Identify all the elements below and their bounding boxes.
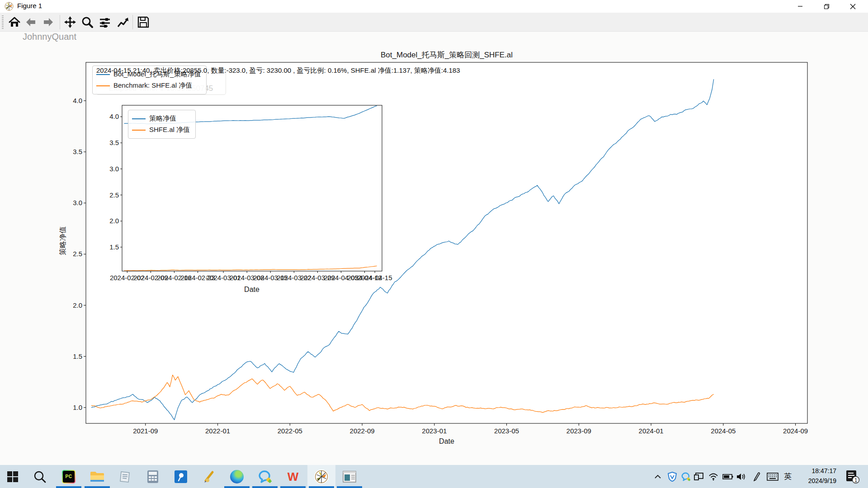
legend-label: 策略净值 [149, 114, 176, 123]
y-tick-label: 3.0 [73, 199, 82, 206]
x-tick-label: 2024-01 [639, 427, 664, 435]
forward-arrow-icon [42, 16, 55, 28]
taskbar-item-wps[interactable]: W [279, 465, 307, 488]
close-button[interactable] [842, 0, 863, 13]
x-tick-label: 2024-05 [711, 427, 736, 435]
tray-touch-keyboard[interactable] [766, 465, 779, 488]
back-arrow-icon [24, 16, 37, 28]
home-button[interactable] [6, 14, 23, 30]
calculator-icon [147, 470, 159, 483]
forward-button[interactable] [40, 14, 57, 30]
sliders-icon [99, 16, 111, 28]
close-icon [850, 4, 856, 9]
tray-volume[interactable] [734, 465, 748, 488]
taskbar-item-window-app[interactable] [335, 465, 363, 488]
taskbar: PC [0, 465, 868, 488]
x-tick-label: 2022-09 [350, 427, 375, 435]
x-tick-label: 2023-09 [566, 427, 591, 435]
x-tick-label: 2023-01 [422, 427, 447, 435]
edit-axes-button[interactable] [114, 14, 132, 30]
x-tick-label: 2022-05 [278, 427, 302, 435]
tray-ime-indicator[interactable]: 英 [781, 465, 795, 488]
brush-icon [202, 470, 216, 483]
taskbar-item-calculator[interactable] [139, 465, 167, 488]
clock-time: 18:47:17 [795, 466, 836, 476]
restore-button[interactable] [816, 0, 837, 13]
toolbar-grip[interactable] [2, 15, 4, 29]
taskbar-item-matplotlib[interactable] [307, 465, 335, 488]
notification-center-button[interactable]: 1 [842, 465, 863, 488]
configure-subplots-button[interactable] [96, 14, 113, 30]
y-tick-label: 2.0 [73, 301, 82, 309]
pycharm-icon: PC [62, 470, 75, 483]
search-icon [33, 470, 46, 483]
shield-icon [668, 472, 677, 482]
chart-title: Bot_Model_托马斯_策略回测_SHFE.al [356, 50, 537, 60]
inset-legend: 策略净值 SHFE.al 净值 [128, 110, 196, 139]
legend-line-swatch [132, 118, 146, 119]
tray-battery[interactable] [721, 465, 735, 488]
zoom-icon [81, 16, 94, 28]
taskbar-item-notepad[interactable] [111, 465, 139, 488]
start-button[interactable] [0, 465, 27, 488]
x-tick-label: 2022-01 [205, 427, 230, 435]
wps-office-icon: W [288, 471, 299, 483]
y-tick-label: 2.5 [73, 250, 82, 258]
notification-icon: 1 [844, 469, 860, 484]
chevron-up-icon [654, 474, 661, 479]
chat-bubble-icon [681, 472, 691, 482]
tray-expand-button[interactable] [651, 465, 665, 488]
y-tick-label: 3.5 [73, 148, 82, 155]
notification-badge: 1 [854, 477, 858, 483]
watermark: JohnnyQuant [23, 32, 76, 42]
taskbar-item-pycharm[interactable]: PC [55, 465, 83, 488]
x-tick-label: 2024-09 [783, 427, 808, 435]
tray-display-cast[interactable] [692, 465, 706, 488]
figure-canvas: 2021-092022-012022-052022-092023-012023-… [0, 32, 868, 465]
matplotlib-figure-icon [314, 469, 329, 484]
taskbar-search-button[interactable] [26, 465, 54, 488]
chat-bubble-icon [258, 470, 272, 483]
toolbar-separator [60, 15, 60, 29]
edge-browser-icon [230, 470, 244, 483]
speaker-icon [736, 473, 746, 481]
notepad-icon [119, 470, 132, 483]
window-titlebar[interactable]: Figure 1 [0, 0, 868, 13]
wifi-icon [708, 473, 718, 481]
pen-icon [753, 472, 761, 481]
pan-button[interactable] [61, 14, 79, 30]
windows-logo-icon [7, 471, 19, 483]
window-app-icon [343, 471, 356, 483]
clock-date: 2024/9/19 [795, 476, 836, 486]
taskbar-item-brush-tool[interactable] [195, 465, 223, 488]
save-button[interactable] [135, 14, 152, 30]
taskbar-item-edge[interactable] [223, 465, 251, 488]
legend-entry-strategy: 策略净值 [132, 113, 190, 124]
battery-icon [722, 474, 733, 480]
minimize-button[interactable] [790, 0, 811, 13]
ime-language-label: 英 [784, 471, 792, 482]
taskbar-item-file-explorer[interactable] [83, 465, 111, 488]
tray-browser-assistant[interactable] [679, 465, 693, 488]
tray-security-shield[interactable] [665, 465, 679, 488]
pan-icon [64, 16, 76, 28]
y-tick-label: 4.0 [73, 97, 82, 104]
tray-wifi[interactable] [707, 465, 720, 488]
y-tick-label: 1.0 [73, 404, 82, 411]
legend-line-swatch [132, 130, 146, 131]
tray-clock[interactable]: 18:47:17 2024/9/19 [795, 466, 836, 486]
trade-annotation: 2024-04-15 21:40, 卖出价格:20855.0, 数量:-323.… [96, 66, 460, 75]
minimize-icon [797, 4, 803, 9]
legend-line-swatch [96, 85, 110, 86]
pushpin-tile-icon [174, 470, 188, 483]
legend-entry-benchmark: Benchmark: SHFE.al 净值 [96, 80, 201, 91]
taskbar-item-qq-chat[interactable] [251, 465, 279, 488]
window-title: Figure 1 [17, 2, 42, 9]
tray-pen-input[interactable] [750, 465, 764, 488]
zoom-button[interactable] [79, 14, 96, 30]
y-tick-label: 1.5 [73, 352, 82, 360]
taskbar-item-pinned-tile[interactable] [167, 465, 195, 488]
back-button[interactable] [22, 14, 39, 30]
save-icon [137, 16, 150, 28]
restore-icon [824, 4, 830, 9]
